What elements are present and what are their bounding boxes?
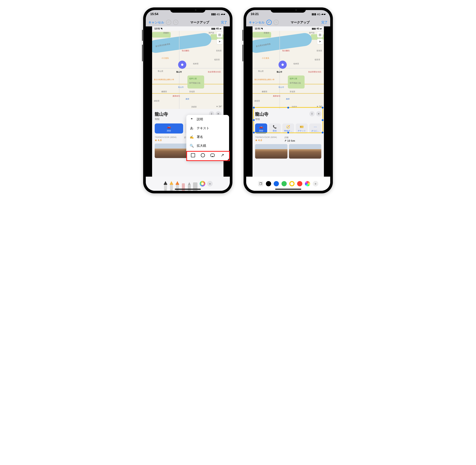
map-label: 剝皮寮歷史街區 (208, 71, 221, 73)
home-indicator[interactable] (275, 189, 301, 190)
nav-left: キャンセル ↶ ↷ (148, 20, 178, 25)
undo-button[interactable]: ↶ (166, 20, 171, 25)
nav-title: マークアップ (291, 20, 310, 24)
color-green[interactable] (282, 181, 287, 186)
place-title: 龍山寺 (155, 111, 168, 117)
map-label: 糖廍里 (161, 90, 167, 93)
map-style-button[interactable]: ▤ (217, 32, 222, 38)
sun-icon: ☀ (216, 105, 218, 108)
add-shape-button[interactable]: ＋ (207, 181, 213, 187)
distance-label: 距 (184, 136, 186, 139)
rating: ★4.0 (155, 139, 177, 142)
popup-text[interactable]: あ テキスト (186, 124, 229, 133)
phone-right: 16:21 ▮▮▮ 4G ▰▰ キャンセル ↶ ↷ マークアップ 完了 12:5… (243, 7, 333, 193)
network-label: 4G (216, 13, 220, 16)
distance-value: ↱10 km (285, 139, 295, 142)
ticket-button[interactable]: 🎫チケット (296, 124, 308, 134)
locate-button[interactable]: ➤ (217, 39, 222, 44)
done-button[interactable]: 完了 (221, 20, 227, 24)
weather-badge: ☀34° (216, 105, 222, 108)
shape-arrow[interactable]: ↗ (220, 152, 225, 158)
inner-time: 12:51◥ (154, 27, 162, 30)
route-icon: ↱ (285, 139, 287, 142)
nav-right: 完了 (221, 20, 227, 24)
status-time: 15:54 (150, 12, 158, 16)
layers-button[interactable]: ❐ (258, 181, 263, 186)
map-label: 福音里 (214, 58, 220, 61)
popup-shape-row: ↗ (186, 150, 229, 160)
color-black[interactable] (266, 181, 271, 186)
sun-icon: ☀ (317, 105, 318, 108)
pen-tool[interactable]: 97 (163, 180, 168, 191)
compass-icon: 🧭 (286, 125, 290, 129)
close-button[interactable]: ✕ (316, 111, 321, 116)
more-icon: ⋯ (314, 125, 317, 129)
shape-circle[interactable] (200, 152, 206, 158)
shape-bubble[interactable] (210, 152, 215, 158)
map-label: 綠堤里 (154, 100, 159, 102)
redo-button[interactable]: ↷ (274, 20, 279, 25)
add-shape-button[interactable]: ＋ (313, 181, 318, 187)
color-picker[interactable] (200, 181, 205, 187)
home-indicator[interactable] (175, 189, 201, 190)
inner-status-bar: 12:51◥ ▮▮▮ 4G ▰ (253, 26, 324, 31)
cancel-button[interactable]: キャンセル (148, 20, 164, 24)
marker-tool[interactable]: 81 (169, 180, 174, 191)
directions-button[interactable]: 🚗20分 (255, 124, 267, 134)
place-card: 龍山寺 寺院 ⇪ ✕ 🚗20分 📞発信 🧭Webサ… 🎫チケット (253, 109, 324, 177)
photo-strip (255, 144, 321, 159)
more-button[interactable]: ⋯さらに… (309, 124, 321, 134)
place-subtitle: 寺院 (255, 117, 268, 121)
signal-icon: ▮▮▮ (312, 12, 316, 16)
map-style-button[interactable]: ▤ (317, 32, 323, 38)
directions-button[interactable]: 🚗 20分 (155, 124, 183, 134)
done-button[interactable]: 完了 (321, 20, 328, 24)
cancel-button[interactable]: キャンセル (249, 20, 264, 24)
map-label: 頂碩里 (191, 106, 197, 108)
signal-icon: ▮▮▮ (211, 12, 216, 16)
battery-icon: ▰▰ (321, 12, 326, 16)
text-icon: あ (189, 126, 194, 130)
call-button[interactable]: 📞発信 (269, 124, 281, 134)
color-yellow[interactable] (289, 181, 295, 186)
star-icon: ★ (155, 139, 157, 142)
redo-button[interactable]: ↷ (173, 20, 178, 25)
map-label: 艋舺公園 (189, 77, 197, 80)
location-icon: ◥ (261, 27, 263, 30)
map-label: 龍山寺 (178, 86, 184, 88)
popup-signature[interactable]: ✍ 署名 (186, 133, 229, 141)
map-label: 菜園里 (163, 32, 169, 34)
phone-icon: 📞 (273, 125, 277, 129)
website-button[interactable]: 🧭Webサ… (282, 124, 294, 134)
nav-title: マークアップ (190, 20, 209, 24)
screenshot-canvas[interactable]: 12:51◥ ▮▮▮ 4G ▰ ▤ ➤ 菜園里 西門里 新北環河快速道路 (253, 26, 324, 177)
shapes-popup: ❝ 説明 あ テキスト ✍ 署名 🔍 拡大鏡 (186, 115, 229, 160)
map-pin (278, 61, 287, 69)
notch (170, 7, 205, 13)
place-photo[interactable] (289, 144, 321, 159)
tripadvisor-label: TRIPADVISOR (6894) (255, 136, 277, 138)
locate-button[interactable]: ➤ (317, 39, 323, 44)
map-label: 菁英里 (216, 50, 222, 52)
content-area: 12:51◥ ▮▮▮ 4G ▰ ▤ ➤ 菜園里 西門里 新北環河快速道路 (246, 26, 330, 177)
status-right: ▮▮▮ 4G ▰▰ (312, 12, 326, 16)
shape-square[interactable] (190, 152, 196, 158)
weather-badge: ☀34° (317, 105, 322, 108)
popup-caption[interactable]: ❝ 説明 (186, 115, 229, 124)
popup-magnifier[interactable]: 🔍 拡大鏡 (186, 141, 229, 150)
color-wheel[interactable] (305, 181, 310, 186)
signature-icon: ✍ (189, 135, 194, 139)
car-icon: 🚗 (259, 125, 263, 129)
magnifier-icon: 🔍 (189, 144, 194, 148)
color-red[interactable] (297, 181, 302, 186)
undo-button[interactable]: ↶ (266, 20, 272, 25)
color-blue[interactable] (274, 181, 279, 186)
share-button[interactable]: ⇪ (309, 111, 315, 116)
place-title: 龍山寺 (255, 111, 268, 117)
caption-icon: ❝ (189, 117, 194, 121)
place-photo[interactable] (255, 144, 287, 159)
screen: 16:21 ▮▮▮ 4G ▰▰ キャンセル ↶ ↷ マークアップ 完了 12:5… (246, 10, 330, 191)
inner-network: ▮▮▮ 4G ▰ (212, 27, 221, 30)
map-view: ▤ ➤ 菜園里 西門里 新北環河快速道路 朝北醫院 菁英里 小王煮瓜 福音里 青… (253, 31, 324, 109)
place-subtitle: 寺院 (155, 117, 168, 121)
